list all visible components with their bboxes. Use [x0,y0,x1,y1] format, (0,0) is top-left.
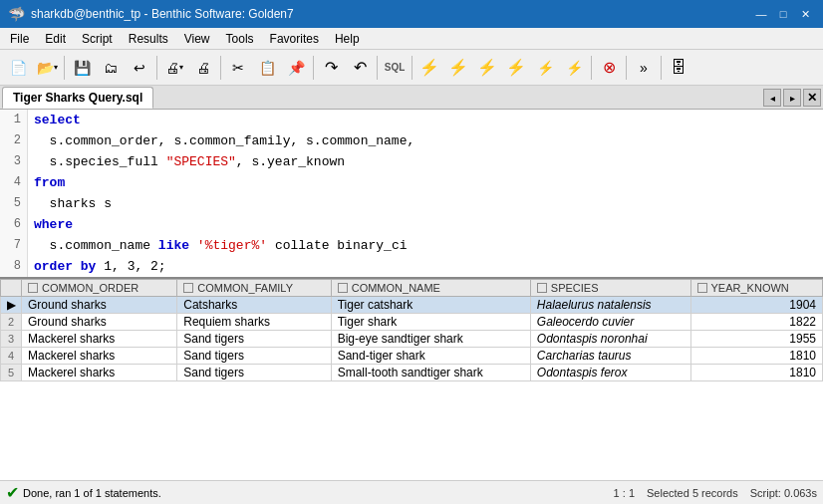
more-button[interactable]: » [630,54,658,82]
paste-button[interactable]: 📌 [282,54,310,82]
menu-item-script[interactable]: Script [74,28,121,49]
col-header-common-family[interactable]: COMMON_FAMILY [177,280,331,297]
menu-item-favorites[interactable]: Favorites [262,28,327,49]
row-indicator: 3 [1,331,22,348]
editor-content[interactable]: 1select2 s.common_order, s.common_family… [0,110,823,279]
line-content[interactable]: where [28,214,73,235]
cell-species: Odontaspis ferox [530,365,690,381]
token-kw: where [34,217,73,232]
title-bar-controls: — □ ✕ [751,4,815,24]
table-row[interactable]: ▶Ground sharksCatsharksTiger catsharkHal… [1,297,823,314]
sql-button[interactable]: SQL [381,54,409,82]
run-button[interactable]: ⚡ [415,54,443,82]
undo-button[interactable]: ↶ [346,54,374,82]
print2-button[interactable]: 🖨 [189,54,217,82]
tab-bar-left: Tiger Sharks Query.sql [2,87,155,109]
line-content[interactable]: s.common_name like '%tiger%' collate bin… [28,235,408,256]
cell-name: Small-tooth sandtiger shark [331,365,530,381]
col-header-species[interactable]: SPECIES [530,280,690,297]
line-number: 1 [0,110,28,130]
token-kw: order by [34,259,96,274]
menu-item-edit[interactable]: Edit [37,28,74,49]
toolbar-sep-9 [661,56,662,80]
table-row[interactable]: 5Mackerel sharksSand tigersSmall-tooth s… [1,365,823,381]
menu-item-tools[interactable]: Tools [218,28,262,49]
app-icon: 🦈 [8,6,25,22]
menu-item-results[interactable]: Results [121,28,176,49]
print-button[interactable]: 🖨▾ [160,54,188,82]
toolbar-sep-3 [220,56,221,80]
revert-button[interactable]: ↩ [126,54,153,82]
tab-bar: Tiger Sharks Query.sql ◂ ▸ ✕ [0,86,823,110]
cell-name: Tiger catshark [331,297,530,314]
table-row[interactable]: 2Ground sharksRequiem sharksTiger sharkG… [1,314,823,331]
cell-order: Ground sharks [22,314,177,331]
open-button[interactable]: 📂▾ [33,54,61,82]
token-plain: s.species_full [34,154,166,169]
close-button[interactable]: ✕ [795,4,815,24]
token-plain: collate binary_ci [267,238,407,253]
toolbar-sep-2 [156,56,157,80]
editor-line: 7 s.common_name like '%tiger%' collate b… [0,235,823,256]
status-bar: ✔ Done, ran 1 of 1 statements. 1 : 1 Sel… [0,480,823,504]
menu-item-file[interactable]: File [2,28,37,49]
editor[interactable]: 1select2 s.common_order, s.common_family… [0,110,823,279]
status-message: Done, ran 1 of 1 statements. [23,487,161,499]
run6-button[interactable]: ⚡ [560,54,588,82]
col-check-family[interactable] [183,283,193,293]
line-content[interactable]: select [28,110,81,130]
line-content[interactable]: order by 1, 3, 2; [28,256,166,277]
cell-name: Big-eye sandtiger shark [331,331,530,348]
line-content[interactable]: from [28,172,65,193]
col-check-name[interactable] [338,283,348,293]
menu-item-help[interactable]: Help [327,28,368,49]
new-button[interactable]: 📄 [4,54,32,82]
toolbar-sep-1 [64,56,65,80]
tab-scroll-right[interactable]: ▸ [783,89,801,107]
tab-close[interactable]: ✕ [803,89,821,107]
maximize-button[interactable]: □ [773,4,793,24]
results-table[interactable]: COMMON_ORDER COMMON_FAMILY COMMON_NAME S… [0,279,823,480]
save-all-button[interactable]: 🗂 [97,54,125,82]
col-check-order[interactable] [28,283,38,293]
title-bar: 🦈 sharkdb@benthic_tp - Benthic Software:… [0,0,823,28]
script-time: Script: 0.063s [750,487,817,499]
col-header-year[interactable]: YEAR_KNOWN [690,280,822,297]
line-number: 4 [0,172,28,193]
token-kw: from [34,175,65,190]
line-number: 6 [0,214,28,235]
tab-scroll-left[interactable]: ◂ [763,89,781,107]
redo-button[interactable]: ↷ [317,54,345,82]
cut-button[interactable]: ✂ [224,54,252,82]
stop-button[interactable]: ⊗ [595,54,623,82]
run4-button[interactable]: ⚡ [502,54,530,82]
editor-line: 1select [0,110,823,130]
line-content[interactable]: s.common_order, s.common_family, s.commo… [28,130,414,151]
col-header-common-name[interactable]: COMMON_NAME [331,280,530,297]
row-indicator: ▶ [1,297,22,314]
table-body: ▶Ground sharksCatsharksTiger catsharkHal… [1,297,823,381]
header-row: COMMON_ORDER COMMON_FAMILY COMMON_NAME S… [1,280,823,297]
run3-button[interactable]: ⚡ [473,54,501,82]
title-bar-text: sharkdb@benthic_tp - Benthic Software: G… [31,7,294,21]
editor-line: 5 sharks s [0,193,823,214]
run5-button[interactable]: ⚡ [531,54,559,82]
col-header-common-order[interactable]: COMMON_ORDER [22,280,177,297]
editor-line: 6where [0,214,823,235]
save-button[interactable]: 💾 [68,54,96,82]
run2-button[interactable]: ⚡ [444,54,472,82]
col-check-species[interactable] [537,283,547,293]
line-content[interactable]: sharks s [28,193,112,214]
table-header: COMMON_ORDER COMMON_FAMILY COMMON_NAME S… [1,280,823,297]
line-content[interactable]: s.species_full "SPECIES", s.year_known [28,151,345,172]
table-row[interactable]: 3Mackerel sharksSand tigersBig-eye sandt… [1,331,823,348]
col-check-year[interactable] [697,283,707,293]
query-tab[interactable]: Tiger Sharks Query.sql [2,87,153,109]
cell-order: Mackerel sharks [22,331,177,348]
table-row[interactable]: 4Mackerel sharksSand tigersSand-tiger sh… [1,348,823,365]
token-plain: , s.year_known [236,154,345,169]
menu-item-view[interactable]: View [176,28,218,49]
minimize-button[interactable]: — [751,4,771,24]
db-button[interactable]: 🗄 [665,54,692,82]
copy-button[interactable]: 📋 [253,54,281,82]
